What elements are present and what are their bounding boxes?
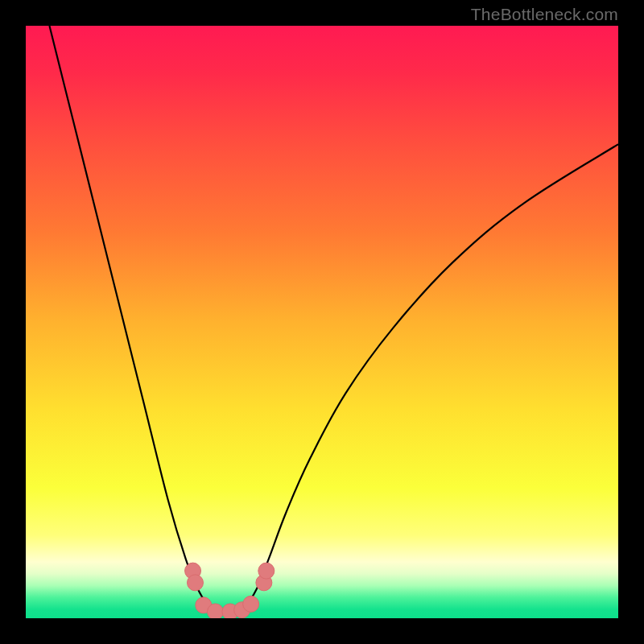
highlight-dot	[187, 575, 203, 591]
highlight-dot	[243, 596, 259, 612]
outer-frame: TheBottleneck.com	[0, 0, 644, 644]
gradient-background	[26, 26, 618, 618]
highlight-dot	[258, 563, 275, 579]
highlight-dot	[208, 604, 224, 618]
chart-svg	[26, 26, 618, 618]
plot-area	[26, 26, 618, 618]
watermark-text: TheBottleneck.com	[471, 5, 618, 24]
